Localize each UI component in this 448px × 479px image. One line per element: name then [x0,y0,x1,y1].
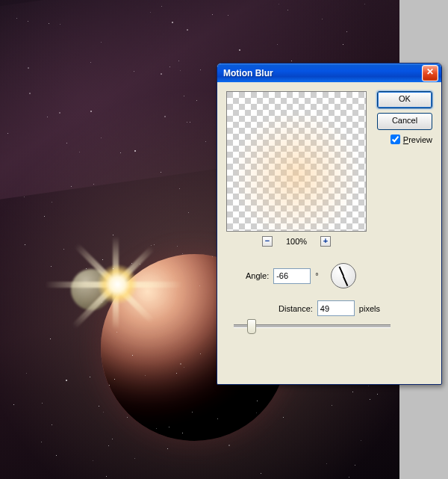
minus-icon: − [265,236,270,245]
cancel-button[interactable]: Cancel [377,113,432,130]
dialog-titlebar[interactable]: Motion Blur ✕ [217,64,441,82]
ok-button[interactable]: OK [377,91,432,108]
preview-checkbox-row[interactable]: Preview [391,135,432,144]
zoom-level-label: 100% [286,237,307,246]
angle-needle [343,276,348,285]
zoom-in-button[interactable]: + [320,236,331,247]
angle-row: Angle: ° [246,263,356,288]
slider-track [234,324,391,328]
angle-label: Angle: [246,271,269,280]
zoom-out-button[interactable]: − [262,236,273,247]
distance-label: Distance: [279,304,313,313]
motion-blur-dialog: Motion Blur ✕ − 100% + OK Cancel [217,63,442,385]
angle-dial[interactable] [331,263,356,288]
close-button[interactable]: ✕ [422,65,438,81]
distance-unit-label: pixels [359,304,380,313]
close-icon: ✕ [426,67,434,77]
dialog-title: Motion Blur [223,68,273,78]
plus-icon: + [323,236,328,245]
preview-checkbox-label: Preview [403,135,432,144]
angle-needle-opposite [338,267,343,276]
distance-row: Distance: pixels [279,300,380,316]
zoom-controls: − 100% + [226,236,367,247]
distance-input[interactable] [317,300,355,316]
slider-thumb[interactable] [247,319,256,334]
distance-slider[interactable] [234,318,391,333]
angle-input[interactable] [273,268,311,284]
dialog-action-buttons: OK Cancel [379,91,432,130]
angle-degree-symbol: ° [315,271,318,280]
planet-small [71,269,112,310]
app-stage: Motion Blur ✕ − 100% + OK Cancel [0,0,448,479]
filter-preview[interactable] [226,91,367,232]
dialog-body: − 100% + OK Cancel Preview Angle: ° [217,82,441,384]
preview-checkbox[interactable] [391,135,400,144]
